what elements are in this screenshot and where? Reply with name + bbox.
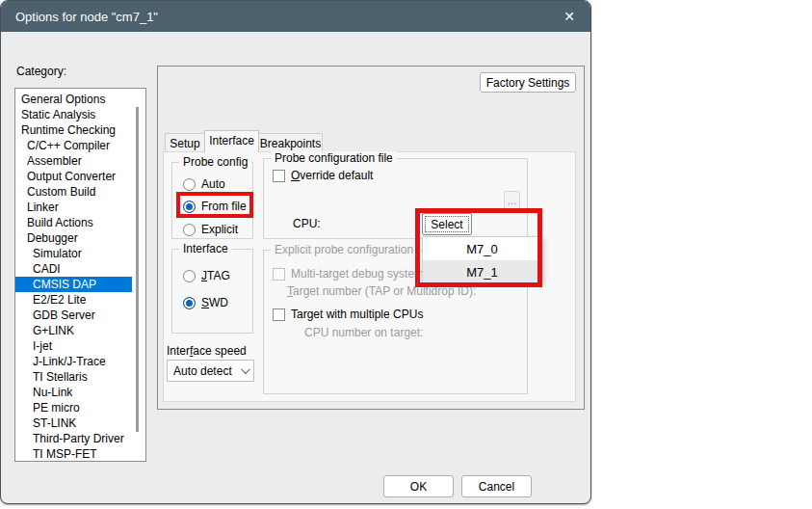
multi-cpu-label: Target with multiple CPUs	[291, 308, 423, 321]
list-item[interactable]: J-Link/J-Trace	[15, 354, 132, 369]
list-item[interactable]: CADI	[15, 261, 132, 277]
list-item[interactable]: PE micro	[15, 400, 132, 415]
interface-group: Interface JTAG SWD	[171, 249, 253, 334]
cpu-number-label: CPU number on target:	[304, 326, 423, 339]
list-item[interactable]: E2/E2 Lite	[15, 292, 132, 308]
multi-cpu-checkbox[interactable]: Target with multiple CPUs	[273, 307, 423, 322]
radio-icon[interactable]	[183, 178, 196, 191]
list-item[interactable]: Nu-Link	[15, 385, 132, 400]
list-item[interactable]: General Options	[15, 92, 132, 107]
list-item[interactable]: C/C++ Compiler	[15, 138, 132, 153]
window-title: Options for node "cm7_1"	[15, 10, 158, 24]
tab-interface[interactable]: Interface	[204, 130, 259, 152]
override-default-checkbox[interactable]: Override default	[273, 168, 373, 183]
list-item[interactable]: Build Actions	[15, 215, 132, 230]
list-item[interactable]: Third-Party Driver	[15, 431, 132, 446]
explicit-probe-legend: Explicit probe configuration	[271, 243, 417, 256]
radio-swd[interactable]: SWD	[183, 295, 228, 310]
checkbox-icon	[273, 268, 285, 281]
title-bar[interactable]: Options for node "cm7_1" ✕	[1, 1, 590, 32]
list-item[interactable]: Debugger	[15, 230, 132, 246]
radio-auto-label: Auto	[201, 177, 225, 191]
factory-settings-button[interactable]: Factory Settings	[480, 72, 576, 93]
radio-jtag[interactable]: JTAG	[183, 268, 230, 283]
probe-config-legend: Probe config	[179, 155, 251, 169]
options-dialog: Options for node "cm7_1" ✕ Category: Gen…	[0, 0, 591, 504]
cpu-label: CPU:	[293, 217, 321, 230]
ok-button[interactable]: OK	[383, 475, 454, 497]
category-listbox[interactable]: General OptionsStatic AnalysisRuntime Ch…	[14, 88, 146, 462]
list-item[interactable]: Static Analysis	[15, 107, 132, 122]
cancel-button[interactable]: Cancel	[461, 475, 532, 497]
tab-setup[interactable]: Setup	[165, 133, 205, 152]
browse-button[interactable]: ...	[504, 191, 520, 209]
radio-auto[interactable]: Auto	[183, 176, 225, 192]
interface-speed-value: Auto detect	[173, 364, 232, 378]
chevron-down-icon	[241, 364, 250, 374]
list-item[interactable]: Runtime Checking	[15, 122, 132, 138]
list-item[interactable]: G+LINK	[15, 323, 132, 338]
checkbox-icon[interactable]	[273, 308, 285, 321]
list-item[interactable]: TI MSP-FET	[15, 446, 132, 462]
radio-jtag-label: JTAG	[201, 269, 230, 282]
category-label: Category:	[16, 65, 66, 78]
list-item[interactable]: Linker	[15, 200, 132, 215]
category-list: General OptionsStatic AnalysisRuntime Ch…	[15, 92, 145, 462]
annotation-box-cpu-select	[415, 208, 542, 287]
list-item[interactable]: GDB Server	[15, 308, 132, 323]
scrollbar-thumb[interactable]	[136, 107, 139, 432]
list-item[interactable]: TI Stellaris	[15, 369, 132, 385]
interface-legend: Interface	[179, 242, 232, 255]
radio-explicit-label: Explicit	[201, 223, 238, 236]
radio-icon[interactable]	[183, 270, 196, 282]
list-item[interactable]: Assembler	[15, 153, 132, 169]
list-item[interactable]: ST-LINK	[15, 415, 132, 431]
list-item[interactable]: Custom Build	[15, 184, 132, 200]
multi-target-checkbox: Multi-target debug system	[273, 266, 424, 281]
radio-icon[interactable]	[183, 224, 196, 236]
probe-file-legend: Probe configuration file	[271, 151, 397, 165]
list-item[interactable]: Simulator	[15, 246, 132, 261]
annotation-box-from-file	[176, 192, 253, 218]
list-item[interactable]: Output Converter	[15, 169, 132, 184]
interface-speed-dropdown[interactable]: Auto detect	[167, 360, 254, 382]
close-icon[interactable]: ✕	[558, 6, 581, 27]
multi-target-label: Multi-target debug system	[291, 267, 424, 281]
radio-swd-label: SWD	[201, 296, 228, 309]
interface-speed-label: Interface speed	[167, 344, 247, 358]
checkbox-icon[interactable]	[273, 170, 285, 182]
override-default-label: Override default	[291, 169, 373, 182]
list-item[interactable]: I-jet	[15, 338, 132, 354]
radio-icon[interactable]	[183, 297, 196, 309]
radio-explicit[interactable]: Explicit	[183, 222, 238, 237]
list-item[interactable]: CMSIS DAP	[15, 277, 132, 292]
tab-breakpoints[interactable]: Breakpoints	[258, 133, 323, 152]
